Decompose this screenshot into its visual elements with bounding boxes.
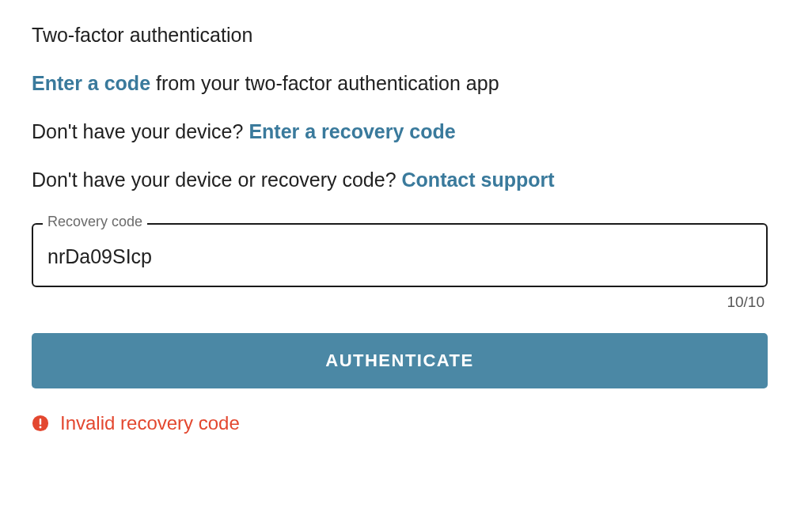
svg-point-2	[40, 426, 42, 429]
instruction-support: Don't have your device or recovery code?…	[32, 169, 768, 191]
authenticate-button[interactable]: AUTHENTICATE	[32, 333, 768, 388]
recovery-code-input[interactable]	[32, 223, 768, 287]
enter-code-link[interactable]: Enter a code	[32, 72, 150, 94]
instruction-enter-code: Enter a code from your two-factor authen…	[32, 72, 768, 95]
error-message-row: Invalid recovery code	[32, 412, 768, 434]
error-icon	[32, 415, 49, 432]
enter-recovery-code-link[interactable]: Enter a recovery code	[249, 120, 455, 142]
recovery-code-label: Recovery code	[43, 214, 147, 230]
instruction-enter-code-text: from your two-factor authentication app	[150, 72, 499, 94]
recovery-code-field-wrapper: Recovery code	[32, 223, 768, 287]
page-title: Two-factor authentication	[32, 24, 768, 47]
two-factor-auth-panel: Two-factor authentication Enter a code f…	[32, 24, 768, 434]
instruction-recovery: Don't have your device? Enter a recovery…	[32, 120, 768, 143]
svg-rect-1	[40, 419, 41, 425]
contact-support-link[interactable]: Contact support	[402, 169, 555, 191]
error-message-text: Invalid recovery code	[60, 412, 240, 434]
instruction-support-text: Don't have your device or recovery code?	[32, 169, 402, 191]
instruction-recovery-text: Don't have your device?	[32, 120, 249, 142]
char-counter: 10/10	[32, 294, 768, 311]
